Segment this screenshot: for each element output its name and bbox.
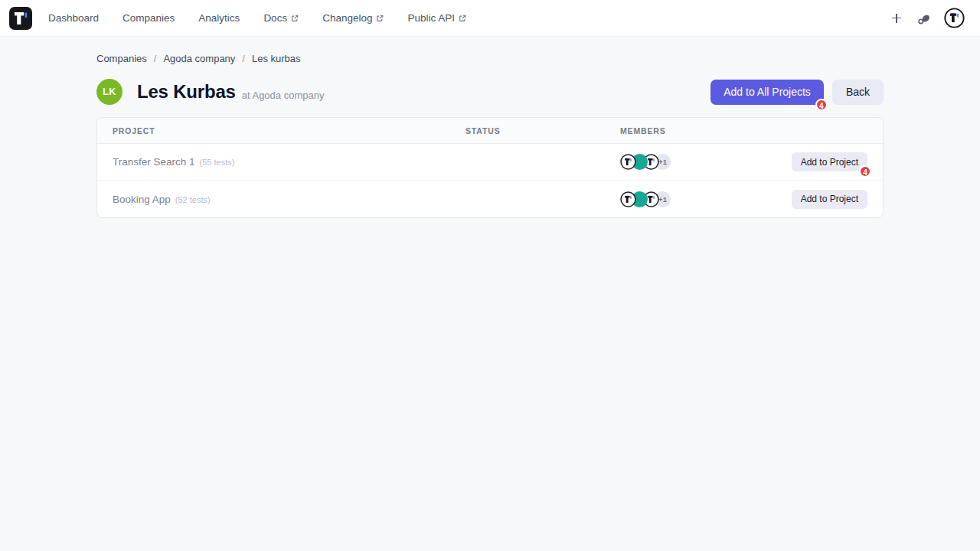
nav-item-public-api[interactable]: Public API	[407, 12, 466, 24]
nav-item-docs[interactable]: Docs	[263, 12, 299, 24]
page-title: Les Kurbas	[137, 81, 236, 103]
person-avatar: LK	[96, 79, 122, 105]
projects-table: PROJECT STATUS MEMBERS Transfer Search 1…	[96, 117, 884, 218]
add-icon[interactable]	[890, 12, 903, 24]
table-row: Transfer Search 1 (55 tests)	[97, 144, 883, 181]
external-link-icon	[459, 15, 466, 22]
nav-item-label: Analytics	[198, 12, 240, 24]
page-header: LK Les Kurbas at Agoda company Add to Al…	[96, 79, 884, 105]
column-header-project: PROJECT	[113, 126, 466, 135]
breadcrumb-companies[interactable]: Companies	[96, 53, 147, 64]
breadcrumb-current: Les kurbas	[252, 53, 301, 64]
notification-badge: 4	[815, 99, 828, 111]
external-link-icon	[376, 15, 384, 22]
nav-item-companies[interactable]: Companies	[122, 12, 175, 24]
table-header: PROJECT STATUS MEMBERS	[97, 118, 883, 144]
member-avatar-logo	[620, 154, 636, 170]
breadcrumb-agoda-company[interactable]: Agoda company	[163, 53, 235, 64]
nav-item-dashboard[interactable]: Dashboard	[48, 12, 99, 24]
top-navbar: Dashboard Companies Analytics Docs Chang…	[0, 0, 980, 37]
back-button[interactable]: Back	[832, 80, 884, 105]
brand-logo-icon[interactable]	[9, 7, 32, 30]
add-to-project-button[interactable]: Add to Project	[792, 152, 867, 171]
project-tests-count: (52 tests)	[175, 195, 211, 204]
project-name[interactable]: Booking App	[113, 194, 171, 205]
header-buttons: Add to All Projects 4 Back	[710, 80, 884, 105]
page-content: Companies / Agoda company / Les kurbas L…	[96, 37, 884, 218]
project-name[interactable]: Transfer Search 1	[113, 156, 195, 168]
breadcrumb: Companies / Agoda company / Les kurbas	[96, 37, 884, 64]
action-cell: Add to Project	[792, 190, 867, 209]
action-cell: Add to Project 4	[792, 152, 867, 171]
table-row: Booking App (52 tests)	[97, 181, 883, 217]
column-header-status: STATUS	[466, 126, 620, 135]
members-avatars: +1	[620, 154, 776, 170]
member-avatar-logo	[620, 191, 636, 207]
nav-item-label: Dashboard	[48, 12, 99, 24]
nav-item-label: Changelog	[322, 12, 372, 24]
project-tests-count: (55 tests)	[200, 158, 235, 167]
nav-item-label: Public API	[407, 12, 455, 24]
nav-item-analytics[interactable]: Analytics	[198, 12, 240, 24]
add-to-all-projects-label: Add to All Projects	[724, 86, 811, 98]
nav-item-changelog[interactable]: Changelog	[322, 12, 384, 24]
column-header-members: MEMBERS	[620, 126, 776, 135]
breadcrumb-separator: /	[242, 53, 245, 64]
user-avatar[interactable]	[944, 8, 965, 28]
notification-badge: 4	[859, 165, 871, 178]
add-to-all-projects-button[interactable]: Add to All Projects 4	[710, 80, 824, 105]
project-cell: Transfer Search 1 (55 tests)	[113, 156, 466, 168]
navbar-right-actions	[890, 8, 971, 28]
nav-menu: Dashboard Companies Analytics Docs Chang…	[48, 12, 466, 24]
nav-item-label: Docs	[263, 12, 287, 24]
add-to-project-button[interactable]: Add to Project	[792, 190, 867, 209]
project-cell: Booking App (52 tests)	[113, 194, 466, 205]
nav-item-label: Companies	[122, 12, 175, 24]
members-avatars: +1	[620, 191, 776, 207]
breadcrumb-separator: /	[154, 53, 157, 64]
external-link-icon	[291, 15, 299, 22]
page-subtitle: at Agoda company	[242, 90, 325, 101]
feedback-icon[interactable]	[916, 11, 931, 26]
